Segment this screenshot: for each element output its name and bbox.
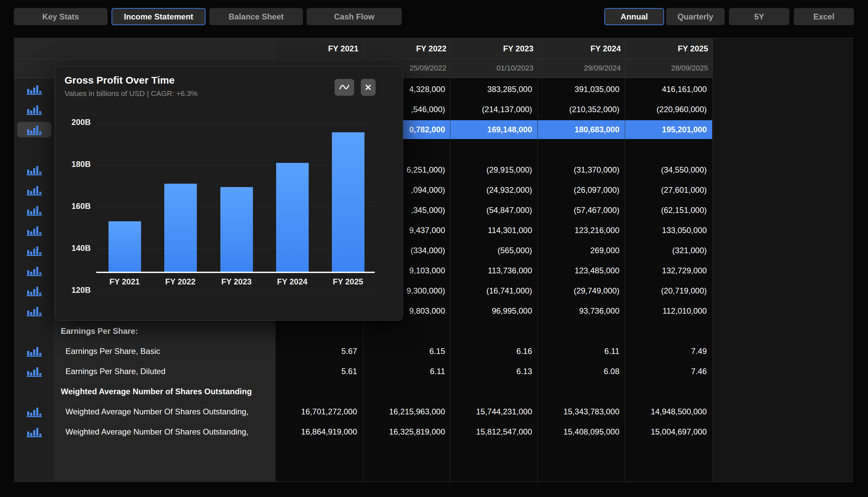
app-root: Key StatsIncome StatementBalance SheetCa… <box>0 0 868 497</box>
table-cell: 15,004,697,000 <box>625 422 707 442</box>
year-header-fy-2024: FY 2024 <box>537 38 624 59</box>
mini-bar-chart-glyph <box>27 124 42 135</box>
table-cell: 5.61 <box>275 361 357 382</box>
chart-bar <box>164 184 197 272</box>
table-cell: (29,749,000) <box>537 281 619 301</box>
y-axis-tick-label: 160B <box>62 201 91 211</box>
table-cell: 112,010,000 <box>625 301 707 321</box>
y-axis-tick-label: 180B <box>62 159 91 169</box>
mini-bar-chart-glyph <box>27 104 42 115</box>
row-label: Weighted Average Number Of Shares Outsta… <box>66 402 275 422</box>
chart-gridline <box>96 122 375 123</box>
chart-bar <box>332 132 364 272</box>
table-cell: 7.46 <box>625 361 707 382</box>
table-cell: 16,215,963,000 <box>363 402 445 422</box>
toolbar-button-excel[interactable]: Excel <box>794 8 854 25</box>
table-cell: (31,370,000) <box>537 160 619 180</box>
table-cell: (34,550,000) <box>625 160 707 180</box>
toolbar-button-5y[interactable]: 5Y <box>729 8 789 25</box>
row-label: Earnings Per Share, Basic <box>66 341 275 361</box>
table-cell: 132,729,000 <box>625 260 707 281</box>
mini-bar-chart-glyph <box>27 84 42 95</box>
chart-popup: Gross Profit Over Time Values in billion… <box>55 66 403 321</box>
chart-bar <box>109 221 141 272</box>
table-cell: 114,301,000 <box>450 220 532 240</box>
mini-bar-chart-icon[interactable] <box>14 200 54 220</box>
year-header-fy-2023: FY 2023 <box>450 38 537 59</box>
table-cell: 15,343,783,000 <box>537 402 619 422</box>
mini-bar-chart-icon[interactable] <box>14 341 54 361</box>
table-cell: (62,151,000) <box>625 200 707 220</box>
table-cell: (54,847,000) <box>450 200 532 220</box>
header-divider <box>14 59 713 59</box>
mini-bar-chart-icon-selected[interactable] <box>14 119 54 140</box>
table-cell: 6.16 <box>450 341 532 361</box>
table-cell: 93,736,000 <box>537 301 619 321</box>
x-axis-label: FY 2025 <box>324 277 372 286</box>
table-cell: 195,201,000 <box>625 119 707 140</box>
mini-bar-chart-icon[interactable] <box>14 240 54 260</box>
table-cell: 15,408,095,000 <box>537 422 619 442</box>
mini-bar-chart-icon[interactable] <box>14 402 54 422</box>
chart-gridline <box>96 290 375 290</box>
year-header-fy-2021: FY 2021 <box>275 38 362 59</box>
toolbar-button-annual[interactable]: Annual <box>604 8 664 25</box>
x-axis-label: FY 2022 <box>157 277 204 286</box>
table-cell: 6.11 <box>363 361 445 382</box>
table-cell: 15,812,547,000 <box>450 422 532 442</box>
table-cell: 123,216,000 <box>537 220 619 240</box>
mini-bar-chart-glyph <box>27 184 42 196</box>
mini-bar-chart-icon[interactable] <box>14 260 54 281</box>
mini-bar-chart-glyph <box>27 245 42 256</box>
table-cell: 383,285,000 <box>450 79 532 99</box>
mini-bar-chart-glyph <box>27 406 42 417</box>
mini-bar-chart-icon[interactable] <box>14 79 54 99</box>
table-cell: 96,995,000 <box>450 301 532 321</box>
column-divider <box>713 38 713 482</box>
mini-bar-chart-glyph <box>27 204 42 216</box>
section-header-label: Earnings Per Share: <box>61 321 275 341</box>
table-cell: 14,948,500,000 <box>625 402 707 422</box>
table-cell: (57,467,000) <box>537 200 619 220</box>
chart-bar <box>220 187 253 272</box>
mini-bar-chart-icon[interactable] <box>14 180 54 200</box>
table-cell: (26,097,000) <box>537 180 619 200</box>
row-label: Weighted Average Number Of Shares Outsta… <box>66 422 275 442</box>
mini-bar-chart-icon[interactable] <box>14 99 54 119</box>
table-cell: (565,000) <box>450 240 532 260</box>
x-axis-label: FY 2024 <box>269 277 316 286</box>
table-cell: 123,485,000 <box>537 260 619 281</box>
mini-bar-chart-icon[interactable] <box>14 301 54 321</box>
table-cell: (27,601,000) <box>625 180 707 200</box>
toolbar-tab-balance-sheet[interactable]: Balance Sheet <box>209 8 303 25</box>
date-header-4: 29/09/2024 <box>537 59 624 77</box>
table-cell: (220,960,000) <box>625 99 707 119</box>
table-cell: 180,683,000 <box>537 119 619 140</box>
date-header-5: 28/09/2025 <box>625 59 712 77</box>
mini-bar-chart-icon[interactable] <box>14 281 54 301</box>
table-cell: 169,148,000 <box>450 119 532 140</box>
toolbar-tab-income-statement[interactable]: Income Statement <box>112 8 206 25</box>
table-cell: 6.11 <box>537 341 619 361</box>
table-cell: 133,050,000 <box>625 220 707 240</box>
toolbar-tab-key-stats[interactable]: Key Stats <box>14 8 108 25</box>
x-axis-label: FY 2021 <box>101 277 148 286</box>
x-axis-label: FY 2023 <box>213 277 260 286</box>
mini-bar-chart-icon[interactable] <box>14 361 54 382</box>
table-cell: (24,932,000) <box>450 180 532 200</box>
table-cell: 113,736,000 <box>450 260 532 281</box>
mini-bar-chart-icon[interactable] <box>14 220 54 240</box>
table-cell: 16,864,919,000 <box>275 422 357 442</box>
mini-bar-chart-icon[interactable] <box>14 160 54 180</box>
gross-profit-bar-chart: 200B180B160B140B120BFY 2021FY 2022FY 202… <box>55 67 403 321</box>
year-header-fy-2022: FY 2022 <box>363 38 450 59</box>
mini-bar-chart-glyph <box>27 426 42 438</box>
toolbar-button-quarterly[interactable]: Quarterly <box>666 8 725 25</box>
toolbar-tab-cash-flow[interactable]: Cash Flow <box>307 8 402 25</box>
table-cell: 15,744,231,000 <box>450 402 532 422</box>
mini-bar-chart-glyph <box>27 305 42 317</box>
mini-bar-chart-icon[interactable] <box>14 422 54 442</box>
table-cell: (210,352,000) <box>537 99 619 119</box>
table-cell: 269,000 <box>537 240 619 260</box>
x-axis-line <box>96 272 375 273</box>
